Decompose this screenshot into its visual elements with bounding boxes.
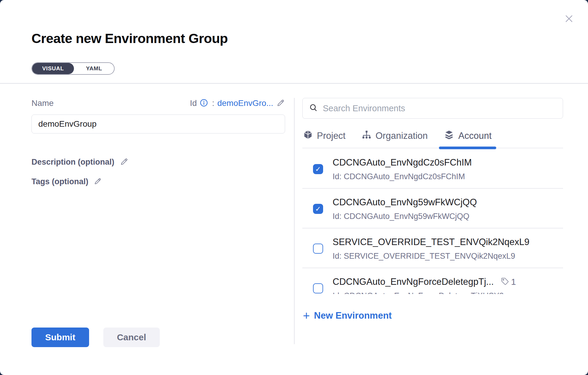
search-input[interactable] bbox=[323, 104, 557, 113]
environment-name: CDCNGAuto_EnvNgdCz0sFChIM bbox=[333, 157, 472, 169]
search-box bbox=[302, 98, 563, 119]
environment-row: CDCNGAuto_EnvNgForceDeletegpTj... 1 Id: … bbox=[302, 268, 563, 294]
form-pane: Name Id : demoEnvGro... bbox=[0, 84, 285, 375]
environment-checkbox[interactable] bbox=[313, 244, 323, 254]
environment-row: SERVICE_OVERRIDE_TEST_ENVQik2NqexL9 Id: … bbox=[302, 228, 563, 268]
close-button[interactable] bbox=[563, 13, 575, 25]
environment-name: SERVICE_OVERRIDE_TEST_ENVQik2NqexL9 bbox=[333, 236, 529, 248]
id-colon: : bbox=[212, 98, 214, 108]
tab-organization-label: Organization bbox=[375, 131, 428, 141]
tab-account-label: Account bbox=[458, 131, 491, 141]
environment-row: CDCNGAuto_EnvNg59wFkWCjQQ Id: CDCNGAuto_… bbox=[302, 189, 563, 228]
environment-row: CDCNGAuto_EnvNgdCz0sFChIM Id: CDCNGAuto_… bbox=[302, 148, 563, 189]
create-environment-group-modal: Create new Environment Group VISUAL YAML… bbox=[0, 0, 588, 375]
tag-count: 1 bbox=[511, 277, 516, 287]
id-label: Id bbox=[190, 98, 197, 108]
edit-pencil-icon bbox=[94, 177, 102, 186]
environment-id: Id: CDCNGAuto_EnvNgdCz0sFChIM bbox=[333, 171, 472, 182]
environment-picker-pane: Project Organization Account bbox=[285, 84, 588, 375]
toggle-visual[interactable]: VISUAL bbox=[32, 63, 74, 74]
environment-checkbox[interactable] bbox=[313, 204, 323, 214]
org-chart-icon bbox=[361, 130, 372, 142]
scope-tabs: Project Organization Account bbox=[302, 129, 563, 148]
environment-id: Id: CDCNGAuto_EnvNg59wFkWCjQQ bbox=[333, 211, 477, 221]
environment-name: CDCNGAuto_EnvNgForceDeletegpTj... bbox=[333, 276, 494, 288]
id-cluster: Id : demoEnvGro... bbox=[190, 98, 285, 108]
submit-button[interactable]: Submit bbox=[31, 328, 89, 347]
tag-icon bbox=[500, 277, 509, 287]
cancel-button[interactable]: Cancel bbox=[103, 328, 160, 347]
edit-id-button[interactable] bbox=[276, 98, 285, 108]
environment-id: Id: SERVICE_OVERRIDE_TEST_ENVQik2NqexL9 bbox=[333, 251, 529, 261]
new-environment-label: New Environment bbox=[314, 310, 392, 321]
close-icon bbox=[564, 13, 574, 25]
edit-description-button[interactable] bbox=[120, 157, 129, 167]
visual-yaml-toggle: VISUAL YAML bbox=[31, 62, 115, 75]
name-label: Name bbox=[31, 98, 54, 108]
layers-icon bbox=[444, 129, 454, 142]
id-value-link[interactable]: demoEnvGro... bbox=[217, 98, 273, 108]
toggle-yaml[interactable]: YAML bbox=[74, 63, 114, 74]
tab-account[interactable]: Account bbox=[443, 129, 492, 148]
edit-pencil-icon bbox=[276, 98, 285, 108]
tag-badge: 1 bbox=[500, 277, 516, 287]
vertical-divider bbox=[294, 98, 295, 344]
environment-id: Id: CDCNGAuto_EnvNgForceDeletegpTjXUSY3 bbox=[333, 291, 516, 294]
edit-pencil-icon bbox=[120, 157, 129, 167]
description-label: Description (optional) bbox=[31, 158, 114, 167]
plus-icon: + bbox=[303, 311, 310, 320]
environment-list: CDCNGAuto_EnvNgdCz0sFChIM Id: CDCNGAuto_… bbox=[302, 148, 563, 294]
tab-organization[interactable]: Organization bbox=[361, 129, 428, 148]
environment-checkbox[interactable] bbox=[313, 164, 323, 174]
info-icon[interactable] bbox=[200, 99, 208, 108]
cube-icon bbox=[303, 130, 313, 142]
page-title: Create new Environment Group bbox=[31, 31, 588, 46]
tags-label: Tags (optional) bbox=[31, 177, 88, 186]
new-environment-button[interactable]: + New Environment bbox=[302, 310, 392, 321]
search-icon bbox=[309, 103, 318, 114]
tab-project[interactable]: Project bbox=[302, 129, 346, 148]
environment-checkbox[interactable] bbox=[313, 283, 323, 293]
environment-name: CDCNGAuto_EnvNg59wFkWCjQQ bbox=[333, 196, 477, 208]
tab-project-label: Project bbox=[317, 131, 345, 141]
name-input[interactable] bbox=[31, 115, 285, 134]
edit-tags-button[interactable] bbox=[94, 177, 102, 186]
